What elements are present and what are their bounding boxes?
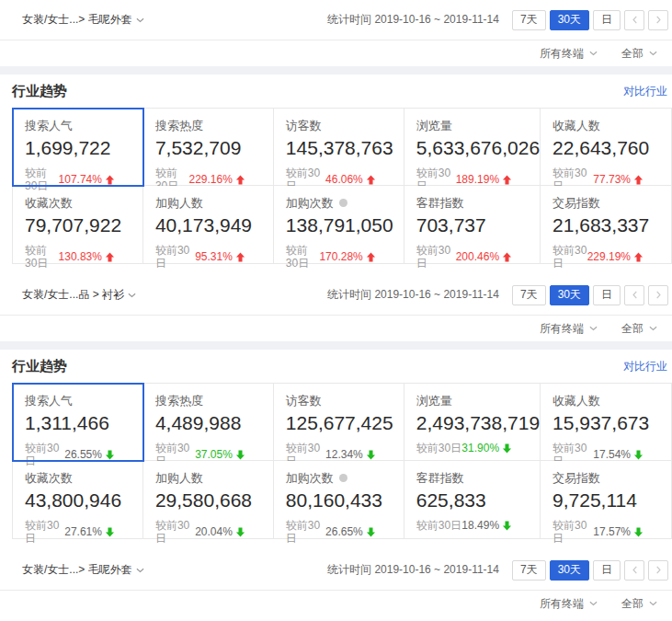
compare-industry-link[interactable]: 对比行业 xyxy=(623,84,667,99)
delta-percent: 189.19% xyxy=(456,173,499,186)
period-button-7d[interactable]: 7天 xyxy=(512,285,546,305)
metric-label: 加购次数 xyxy=(286,471,334,485)
metric-card[interactable]: 搜索热度7,532,709较前30日229.16% xyxy=(143,109,274,186)
period-button-30d[interactable]: 30天 xyxy=(550,10,589,30)
chevron-down-icon xyxy=(649,326,657,331)
metric-card[interactable]: 客群指数703,737较前30日200.46% xyxy=(404,186,541,263)
terminal-filter[interactable]: 所有终端 xyxy=(540,596,598,612)
chevron-down-icon xyxy=(589,601,598,606)
metric-label: 收藏次数 xyxy=(25,196,73,210)
period-button-30d[interactable]: 30天 xyxy=(550,560,589,581)
period-button-7d[interactable]: 7天 xyxy=(512,10,546,30)
chevron-down-icon xyxy=(589,326,598,331)
metric-card[interactable]: 客群指数625,833较前30日18.49% xyxy=(404,461,541,538)
period-button-day[interactable]: 日 xyxy=(593,10,621,30)
metric-card[interactable]: 加购次数138,791,050较前30日170.28% xyxy=(274,186,404,263)
pager-next-button[interactable] xyxy=(648,560,668,581)
breadcrumb[interactable]: 女装/女士...> 毛呢外套 xyxy=(22,562,144,578)
metric-card[interactable]: 交易指数9,725,114较前30日17.57% xyxy=(541,461,671,538)
metric-value: 15,937,673 xyxy=(552,412,671,434)
metric-value: 9,725,114 xyxy=(552,489,671,512)
chevron-down-icon xyxy=(128,293,136,298)
filter-label: 所有终端 xyxy=(540,596,584,612)
compare-label: 较前30日 xyxy=(416,442,461,454)
period-button-30d[interactable]: 30天 xyxy=(550,285,589,305)
period-button-day[interactable]: 日 xyxy=(593,285,621,305)
metric-value: 1,699,722 xyxy=(25,137,142,159)
metric-label: 加购人数 xyxy=(155,471,203,485)
metric-value: 4,489,988 xyxy=(155,412,273,434)
delta-percent: 20.04% xyxy=(195,525,233,538)
delta-value: 20.04% xyxy=(195,525,245,538)
chevron-down-icon xyxy=(649,601,657,606)
metric-label: 访客数 xyxy=(286,119,322,132)
section-divider xyxy=(0,341,672,350)
terminal-filter[interactable]: 所有终端 xyxy=(540,321,598,337)
pager-prev-button[interactable] xyxy=(624,285,644,305)
metric-card[interactable]: 搜索热度4,489,988较前30日37.05% xyxy=(143,384,274,461)
metric-label: 搜索人气 xyxy=(25,119,73,132)
metric-card[interactable]: 收藏次数79,707,922较前30日130.83% xyxy=(13,186,143,263)
metric-label-row: 搜索热度 xyxy=(155,119,273,132)
breadcrumb[interactable]: 女装/女士...品 > 衬衫 xyxy=(22,287,136,303)
metric-card[interactable]: 搜索人气1,311,466较前30日26.55% xyxy=(13,384,143,461)
scope-filter[interactable]: 全部 xyxy=(621,321,657,337)
terminal-filter[interactable]: 所有终端 xyxy=(540,46,598,62)
metric-card[interactable]: 浏览量2,493,738,719较前30日31.90% xyxy=(404,384,541,461)
stats-time-label: 统计时间 xyxy=(327,13,371,26)
period-button-7d[interactable]: 7天 xyxy=(512,560,546,581)
metric-card[interactable]: 浏览量5,633,676,026较前30日189.19% xyxy=(404,109,541,186)
compare-label: 较前30日 xyxy=(552,244,587,270)
section-header-row: 女装/女士...> 毛呢外套统计时间 2019-10-16 ~ 2019-11-… xyxy=(0,550,672,591)
up-arrow-icon xyxy=(502,252,512,262)
pager-next-button[interactable] xyxy=(648,10,668,30)
metric-label: 加购人数 xyxy=(155,196,203,210)
metric-label: 收藏人数 xyxy=(552,119,600,132)
up-arrow-icon xyxy=(633,252,644,262)
delta-value: 18.49% xyxy=(461,519,512,532)
pager-next-button[interactable] xyxy=(648,285,668,305)
compare-label: 较前30日 xyxy=(155,519,195,545)
metric-label: 搜索人气 xyxy=(25,394,73,408)
metric-card[interactable]: 搜索人气1,699,722较前30日107.74% xyxy=(13,109,143,186)
up-arrow-icon xyxy=(633,175,644,185)
page-root: 女装/女士...> 毛呢外套统计时间 2019-10-16 ~ 2019-11-… xyxy=(0,0,672,621)
info-icon[interactable] xyxy=(339,199,347,207)
metric-card[interactable]: 加购人数40,173,949较前30日95.31% xyxy=(143,186,274,263)
metric-card[interactable]: 收藏次数43,800,946较前30日27.61% xyxy=(13,461,143,538)
metric-card[interactable]: 收藏人数15,937,673较前30日17.54% xyxy=(541,384,671,461)
compare-industry-link[interactable]: 对比行业 xyxy=(623,359,667,374)
metric-card[interactable]: 访客数145,378,763较前30日46.06% xyxy=(274,109,404,186)
panel-header: 行业趋势对比行业 xyxy=(12,350,672,383)
delta-value: 31.90% xyxy=(461,442,512,454)
metric-delta-row: 较前30日27.61% xyxy=(25,519,142,545)
delta-value: 12.34% xyxy=(325,448,376,461)
metric-label-row: 访客数 xyxy=(286,119,404,132)
pager-prev-button[interactable] xyxy=(624,560,644,581)
up-arrow-icon xyxy=(105,175,115,185)
filter-label: 所有终端 xyxy=(540,46,584,62)
metric-label-row: 加购次数 xyxy=(286,471,404,485)
metric-card[interactable]: 加购人数29,580,668较前30日20.04% xyxy=(143,461,274,538)
metric-card[interactable]: 访客数125,677,425较前30日12.34% xyxy=(274,384,404,461)
metric-label: 收藏次数 xyxy=(25,471,73,485)
metric-value: 7,532,709 xyxy=(155,137,273,159)
scope-filter[interactable]: 全部 xyxy=(621,46,657,62)
breadcrumb[interactable]: 女装/女士...> 毛呢外套 xyxy=(22,12,144,28)
filter-row: 所有终端全部 xyxy=(0,40,672,66)
metric-card[interactable]: 加购次数80,160,433较前30日26.65% xyxy=(274,461,404,538)
period-button-day[interactable]: 日 xyxy=(593,560,621,581)
metric-delta-row: 较前30日20.04% xyxy=(155,519,273,545)
delta-value: 107.74% xyxy=(59,173,115,186)
metric-card[interactable]: 交易指数21,683,337较前30日229.19% xyxy=(541,186,671,263)
metric-label: 浏览量 xyxy=(416,119,452,132)
metric-card[interactable]: 收藏人数22,643,760较前30日77.73% xyxy=(541,109,671,186)
filter-label: 全部 xyxy=(621,46,644,62)
scope-filter[interactable]: 全部 xyxy=(621,596,657,612)
compare-label: 较前30日 xyxy=(552,519,593,545)
metric-label: 交易指数 xyxy=(552,471,600,485)
metric-label: 交易指数 xyxy=(552,196,600,210)
pager-prev-button[interactable] xyxy=(624,10,644,30)
info-icon[interactable] xyxy=(339,474,347,482)
up-arrow-icon xyxy=(366,252,376,262)
